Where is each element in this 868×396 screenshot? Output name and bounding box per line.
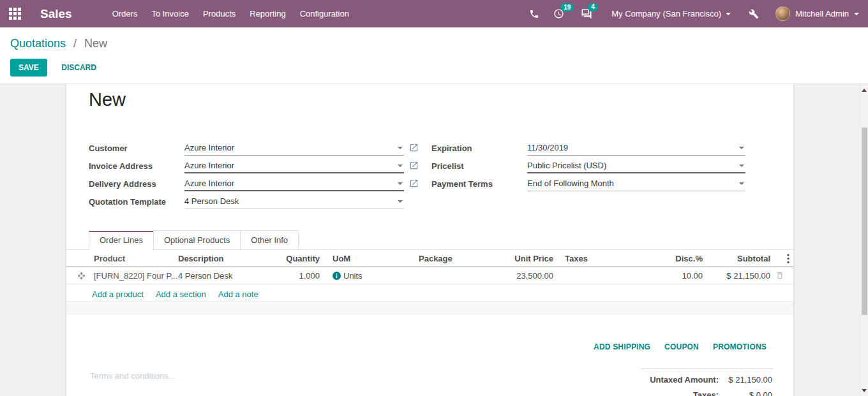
user-menu[interactable]: Mitchell Admin xyxy=(775,6,859,21)
quotation-template-field[interactable]: 4 Person Desk xyxy=(184,194,404,209)
footer-actions: ADD SHIPPING COUPON PROMOTIONS xyxy=(594,342,767,351)
external-link-icon[interactable] xyxy=(409,179,419,189)
cell-description[interactable]: 4 Person Desk xyxy=(178,271,269,281)
tab-other-info[interactable]: Other Info xyxy=(240,230,299,250)
cell-discount[interactable]: 10.00 xyxy=(624,271,703,281)
tools-icon[interactable] xyxy=(749,9,759,19)
terms-and-conditions-input[interactable]: Terms and conditions... xyxy=(90,371,176,381)
company-name: My Company (San Francisco) xyxy=(611,9,721,18)
col-header-discount: Disc.% xyxy=(624,254,703,263)
drag-handle-icon[interactable] xyxy=(77,272,94,280)
pricelist-field[interactable]: Public Pricelist (USD) xyxy=(527,159,745,173)
user-name: Mitchell Admin xyxy=(795,9,849,18)
add-a-section-link[interactable]: Add a section xyxy=(156,290,206,299)
delivery-address-field[interactable]: Azure Interior xyxy=(184,177,404,191)
activities-icon[interactable]: 19 xyxy=(553,8,564,19)
col-header-package: Package xyxy=(401,254,491,263)
nav-to-invoice[interactable]: To Invoice xyxy=(144,0,196,27)
external-link-icon[interactable] xyxy=(409,161,419,171)
customer-label: Customer xyxy=(89,143,184,153)
top-menu: Orders To Invoice Products Reporting Con… xyxy=(105,0,356,27)
cell-product[interactable]: [FURN_8220] Four P... xyxy=(94,271,178,281)
uom-info-icon xyxy=(333,272,341,280)
messages-icon[interactable]: 4 xyxy=(581,8,592,20)
col-header-subtotal: Subtotal xyxy=(703,254,770,263)
phone-icon[interactable] xyxy=(529,9,539,19)
col-header-unit-price: Unit Price xyxy=(491,254,553,263)
external-link-icon[interactable] xyxy=(409,143,419,153)
table-footer-band xyxy=(66,301,793,314)
quotation-template-label: Quotation Template xyxy=(89,197,184,207)
cell-unit-price[interactable]: 23,500.00 xyxy=(491,271,553,281)
cell-subtotal[interactable]: $ 21,150.00 xyxy=(703,271,770,281)
notebook-tabs: Order Lines Optional Products Other Info xyxy=(66,230,793,250)
column-options-icon[interactable] xyxy=(787,254,789,265)
add-a-note-link[interactable]: Add a note xyxy=(218,290,258,299)
cell-uom[interactable]: Units xyxy=(320,271,401,281)
avatar xyxy=(775,6,790,21)
order-line-row[interactable]: [FURN_8220] Four P... 4 Person Desk 1.00… xyxy=(66,267,793,284)
dropdown-caret-icon xyxy=(398,200,403,203)
content-area: New Customer Azure Interior Invoice Addr… xyxy=(0,84,868,396)
dropdown-caret-icon xyxy=(398,182,403,185)
promotions-button[interactable]: PROMOTIONS xyxy=(713,342,767,351)
col-header-description: Description xyxy=(178,254,269,263)
payment-terms-field[interactable]: End of Following Month xyxy=(527,177,745,191)
payment-terms-label: Payment Terms xyxy=(431,179,527,189)
expiration-label: Expiration xyxy=(431,143,527,153)
tab-optional-products[interactable]: Optional Products xyxy=(153,230,241,250)
breadcrumb: Quotations / New xyxy=(10,37,858,50)
breadcrumb-quotations[interactable]: Quotations xyxy=(10,37,66,50)
control-panel: Quotations / New SAVE DISCARD xyxy=(0,27,868,84)
chevron-down-icon xyxy=(726,13,731,15)
pricelist-label: Pricelist xyxy=(431,161,527,171)
dropdown-caret-icon xyxy=(739,147,744,149)
invoice-address-label: Invoice Address xyxy=(89,161,184,171)
dropdown-caret-icon xyxy=(739,182,744,185)
message-count-badge: 4 xyxy=(588,3,598,11)
scroll-down-icon[interactable] xyxy=(862,389,867,392)
coupon-button[interactable]: COUPON xyxy=(664,342,699,351)
invoice-address-field[interactable]: Azure Interior xyxy=(184,159,404,173)
tab-order-lines[interactable]: Order Lines xyxy=(89,231,154,250)
table-header-row: Product Description Quantity UoM Package… xyxy=(66,250,793,267)
nav-products[interactable]: Products xyxy=(196,0,243,27)
nav-reporting[interactable]: Reporting xyxy=(243,0,292,27)
customer-field[interactable]: Azure Interior xyxy=(184,141,404,156)
save-button[interactable]: SAVE xyxy=(10,59,47,77)
dropdown-caret-icon xyxy=(398,165,403,167)
taxes-row: Taxes: $ 0.00 xyxy=(641,390,772,396)
top-navbar: Sales Orders To Invoice Products Reporti… xyxy=(0,0,868,27)
delete-row-icon[interactable] xyxy=(770,271,789,280)
col-header-uom: UoM xyxy=(320,254,401,263)
expiration-field[interactable]: 11/30/2019 xyxy=(527,141,745,156)
dropdown-caret-icon xyxy=(739,165,744,167)
activity-count-badge: 19 xyxy=(560,3,574,11)
order-lines-table: Product Description Quantity UoM Package… xyxy=(66,250,793,305)
untaxed-amount-row: Untaxed Amount: $ 21,150.00 xyxy=(641,375,772,385)
add-a-product-link[interactable]: Add a product xyxy=(92,290,144,299)
col-header-product: Product xyxy=(94,254,178,263)
cell-quantity[interactable]: 1.000 xyxy=(269,271,320,281)
scroll-up-icon[interactable] xyxy=(862,89,867,92)
company-switcher[interactable]: My Company (San Francisco) xyxy=(611,9,731,18)
nav-orders[interactable]: Orders xyxy=(105,0,145,27)
app-name[interactable]: Sales xyxy=(40,7,72,21)
nav-configuration[interactable]: Configuration xyxy=(293,0,356,27)
record-title: New xyxy=(89,89,126,110)
breadcrumb-separator: / xyxy=(73,37,77,50)
vertical-scrollbar[interactable] xyxy=(860,84,868,396)
breadcrumb-current: New xyxy=(84,37,107,50)
quotation-form-sheet: New Customer Azure Interior Invoice Addr… xyxy=(66,84,794,396)
add-shipping-button[interactable]: ADD SHIPPING xyxy=(594,342,650,351)
chevron-down-icon xyxy=(854,13,859,15)
totals-panel: Untaxed Amount: $ 21,150.00 Taxes: $ 0.0… xyxy=(641,369,772,396)
col-header-taxes: Taxes xyxy=(553,254,624,263)
discard-button[interactable]: DISCARD xyxy=(53,59,105,77)
col-header-quantity: Quantity xyxy=(269,254,320,263)
apps-menu-icon[interactable] xyxy=(9,8,21,20)
scrollbar-thumb[interactable] xyxy=(862,128,867,315)
dropdown-caret-icon xyxy=(398,147,403,149)
delivery-address-label: Delivery Address xyxy=(89,179,184,189)
